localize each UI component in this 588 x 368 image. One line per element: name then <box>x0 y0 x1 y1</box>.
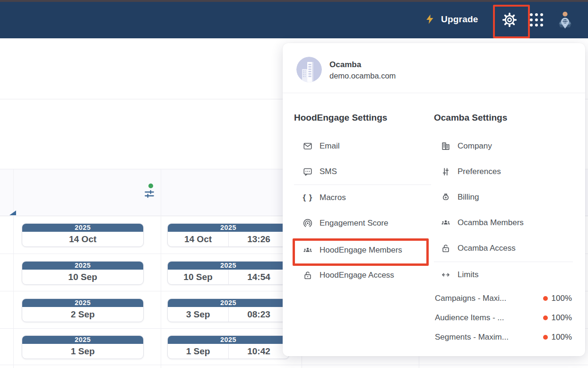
badge-time: 14:54 <box>229 270 289 284</box>
menu-item-email[interactable]: Email <box>303 135 340 158</box>
menu-item-label: HoodEngage Members <box>320 245 402 255</box>
limit-status-dot <box>543 335 548 340</box>
menu-item-label: Email <box>320 141 340 151</box>
menu-item-label: Billing <box>458 193 479 202</box>
cell-corner-marker <box>9 210 16 215</box>
menu-item-preferences[interactable]: Preferences <box>441 160 501 183</box>
menu-item-label: HoodEngage Access <box>320 271 394 280</box>
top-navigation-bar: Upgrade <box>0 0 588 38</box>
apps-grid-icon[interactable] <box>530 13 543 26</box>
menu-item-label: Ocamba Access <box>458 244 516 253</box>
filter-active-dot <box>148 184 153 188</box>
menu-item-macros[interactable]: { } Macros <box>303 186 346 209</box>
badge-date: 14 Oct <box>168 232 229 246</box>
date-modified-badge: 2025 14 Oct 13:26 <box>167 223 289 247</box>
limit-value: 100% <box>552 313 572 323</box>
badge-date: 3 Sep <box>168 307 229 322</box>
menu-item-company[interactable]: Company <box>441 135 492 158</box>
menu-item-label: Preferences <box>458 167 501 176</box>
date-created-badge: 2025 2 Sep <box>22 298 144 322</box>
limit-value: 100% <box>552 333 572 342</box>
menu-item-label: Macros <box>320 193 346 202</box>
badge-time: 10:42 <box>229 344 289 359</box>
email-icon <box>303 141 313 151</box>
lock-icon <box>441 243 451 254</box>
section-title-ocamba: Ocamba Settings <box>434 113 507 123</box>
column-separator <box>161 169 161 368</box>
filter-icon[interactable] <box>143 188 156 200</box>
user-avatar[interactable] <box>553 8 577 31</box>
engagement-score-icon <box>303 218 313 228</box>
limit-label: Segments - Maxim... <box>435 333 543 342</box>
window-top-strip <box>0 0 588 2</box>
menu-item-label: Engagement Score <box>320 219 389 228</box>
menu-item-limits[interactable]: Limits <box>441 263 478 286</box>
limit-label: Campaigns - Maxi... <box>435 294 543 303</box>
menu-item-hoodengage-members[interactable]: HoodEngage Members <box>303 239 402 262</box>
badge-date: 2 Sep <box>22 307 143 322</box>
app-window: Date created Date modified 2025 14 Oct 2… <box>0 0 588 368</box>
upgrade-label: Upgrade <box>441 14 478 25</box>
date-modified-badge: 2025 10 Sep 14:54 <box>167 261 289 285</box>
badge-date: 1 Sep <box>168 344 229 359</box>
preferences-icon <box>441 166 451 177</box>
panel-divider <box>283 93 585 93</box>
badge-year: 2025 <box>168 262 289 270</box>
lightning-icon <box>424 14 435 25</box>
date-modified-badge: 2025 1 Sep 10:42 <box>167 335 289 359</box>
organization-name: Ocamba <box>329 60 361 70</box>
menu-item-ocamba-access[interactable]: Ocamba Access <box>441 237 516 260</box>
limits-icon <box>441 270 451 280</box>
billing-icon <box>441 192 451 202</box>
organization-domain: demo.ocamba.com <box>329 71 396 80</box>
badge-time: 13:26 <box>229 232 289 246</box>
badge-date: 10 Sep <box>22 270 143 284</box>
limit-row-campaigns[interactable]: Campaigns - Maxi... 100% <box>435 289 572 308</box>
badge-year: 2025 <box>22 262 143 270</box>
section-title-hoodengage: HoodEngage Settings <box>294 113 387 123</box>
badge-year: 2025 <box>22 224 143 232</box>
limit-label: Audience Items - ... <box>435 313 543 323</box>
badge-time: 08:23 <box>229 307 289 322</box>
limit-status-dot <box>543 315 548 320</box>
date-created-badge: 2025 10 Sep <box>22 261 144 285</box>
macros-icon: { } <box>303 193 313 203</box>
lock-icon <box>303 270 313 280</box>
menu-divider <box>294 184 431 185</box>
menu-item-ocamba-members[interactable]: Ocamba Members <box>441 211 524 234</box>
limit-row-segments[interactable]: Segments - Maxim... 100% <box>435 328 572 347</box>
column-separator <box>13 169 14 368</box>
menu-item-label: SMS <box>320 167 337 176</box>
organization-avatar <box>296 57 322 82</box>
limit-status-dot <box>543 296 548 301</box>
badge-date: 10 Sep <box>168 270 229 284</box>
members-icon <box>303 245 313 255</box>
badge-year: 2025 <box>22 336 143 344</box>
badge-year: 2025 <box>168 336 289 344</box>
menu-item-label: Company <box>458 141 492 151</box>
sms-icon <box>303 166 313 177</box>
menu-item-hoodengage-access[interactable]: HoodEngage Access <box>303 264 394 287</box>
row-divider <box>0 365 588 365</box>
menu-item-billing[interactable]: Billing <box>441 186 479 209</box>
badge-year: 2025 <box>22 299 143 307</box>
badge-date: 1 Sep <box>22 344 143 359</box>
menu-item-label: Ocamba Members <box>458 218 524 228</box>
date-created-badge: 2025 14 Oct <box>22 223 144 247</box>
menu-item-label: Limits <box>458 270 478 280</box>
badge-year: 2025 <box>168 299 289 307</box>
menu-item-sms[interactable]: SMS <box>303 160 337 183</box>
settings-dropdown-panel: Ocamba demo.ocamba.com HoodEngage Settin… <box>283 43 585 356</box>
limit-row-audience-items[interactable]: Audience Items - ... 100% <box>435 308 572 327</box>
menu-divider <box>434 262 573 262</box>
date-created-badge: 2025 1 Sep <box>22 335 144 359</box>
limit-value: 100% <box>552 294 572 303</box>
menu-item-engagement-score[interactable]: Engagement Score <box>303 212 389 235</box>
settings-gear-button[interactable] <box>501 11 519 29</box>
date-modified-badge: 2025 3 Sep 08:23 <box>167 298 289 322</box>
badge-year: 2025 <box>168 224 289 232</box>
members-icon <box>441 218 451 228</box>
badge-date: 14 Oct <box>22 232 143 246</box>
upgrade-button[interactable]: Upgrade <box>424 0 478 38</box>
company-icon <box>441 141 451 151</box>
